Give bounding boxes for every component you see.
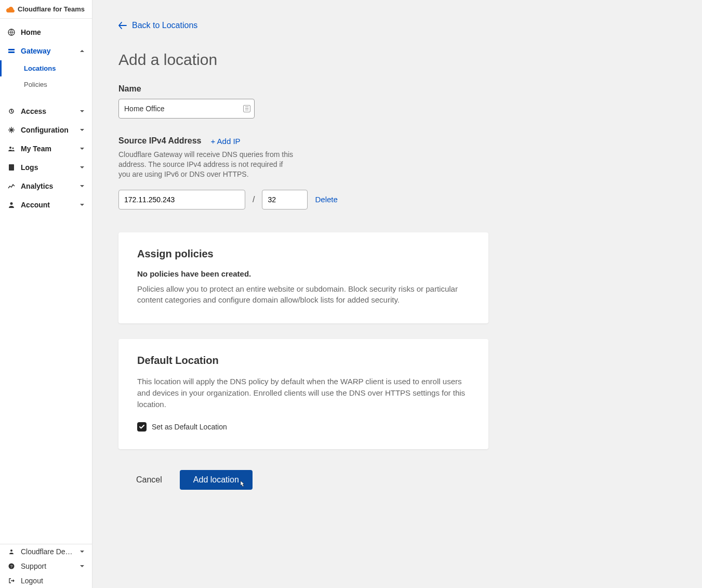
svg-text:?: ? <box>10 564 13 569</box>
analytics-icon <box>7 182 16 190</box>
nav-analytics-label: Analytics <box>21 182 74 190</box>
ipv4-help: Cloudflare Gateway will receive DNS quer… <box>118 150 295 179</box>
add-location-button-label: Add location <box>193 475 239 484</box>
nav-gateway-locations[interactable]: Locations <box>0 60 92 76</box>
ip-separator: / <box>253 195 255 204</box>
cursor-icon <box>240 480 246 488</box>
chevron-down-icon <box>80 564 85 569</box>
footer-support[interactable]: ? Support <box>0 559 92 573</box>
help-icon: ? <box>7 563 16 569</box>
name-label: Name <box>118 84 676 94</box>
nav-myteam[interactable]: My Team <box>0 139 92 158</box>
nav-account-label: Account <box>21 201 74 209</box>
back-to-locations[interactable]: Back to Locations <box>118 21 197 30</box>
sidebar-footer: Cloudflare Demo d… ? Support Logout <box>0 544 92 588</box>
actions: Cancel Add location <box>118 470 676 490</box>
svg-point-7 <box>10 202 13 205</box>
svg-point-8 <box>10 550 12 552</box>
default-location-check-label: Set as Default Location <box>152 423 227 431</box>
footer-logout-label: Logout <box>21 577 85 585</box>
chevron-down-icon <box>80 202 85 207</box>
configuration-icon <box>7 126 16 134</box>
nav-gateway[interactable]: Gateway <box>0 42 92 60</box>
default-location-body: This location will apply the DNS policy … <box>137 376 470 410</box>
nav-myteam-label: My Team <box>21 145 74 153</box>
nav: Home Gateway Locations Policies <box>0 19 92 214</box>
footer-org[interactable]: Cloudflare Demo d… <box>0 544 92 559</box>
ip-input[interactable] <box>118 190 245 210</box>
brand-icon <box>6 6 15 12</box>
delete-ip-button[interactable]: Delete <box>315 195 337 204</box>
checkbox-icon[interactable] <box>137 422 147 432</box>
chevron-down-icon <box>80 165 85 170</box>
svg-point-5 <box>12 148 14 149</box>
add-location-button[interactable]: Add location <box>180 470 253 490</box>
ipv4-section: Source IPv4 Address + Add IP Cloudflare … <box>118 136 676 210</box>
svg-rect-2 <box>8 51 15 53</box>
logs-icon <box>7 164 16 171</box>
nav-gateway-policies[interactable]: Policies <box>0 76 92 93</box>
svg-rect-1 <box>8 49 15 50</box>
cancel-button[interactable]: Cancel <box>134 470 164 490</box>
home-icon <box>7 29 16 36</box>
name-field: Name ☰ <box>118 84 676 119</box>
gateway-icon <box>7 47 16 55</box>
nav-gateway-label: Gateway <box>21 47 74 55</box>
assign-policies-card: Assign policies No policies have been cr… <box>118 232 488 324</box>
assign-policies-title: Assign policies <box>137 248 470 260</box>
sidebar: Cloudflare for Teams Home Gateway <box>0 0 92 588</box>
chevron-down-icon <box>80 184 85 189</box>
brand[interactable]: Cloudflare for Teams <box>0 0 92 19</box>
nav-logs[interactable]: Logs <box>0 158 92 177</box>
content: Back to Locations Add a location Name ☰ … <box>92 0 702 588</box>
chevron-down-icon <box>80 127 85 133</box>
brand-title: Cloudflare for Teams <box>18 5 85 13</box>
nav-account[interactable]: Account <box>0 195 92 214</box>
account-icon <box>7 201 16 208</box>
chevron-up-icon <box>80 48 85 54</box>
nav-home-label: Home <box>21 28 85 36</box>
assign-policies-body: Policies allow you to protect an entire … <box>137 283 470 306</box>
add-ip-button[interactable]: + Add IP <box>210 137 240 146</box>
nav-access[interactable]: Access <box>0 102 92 121</box>
nav-gateway-policies-label: Policies <box>24 81 47 88</box>
footer-support-label: Support <box>21 562 74 570</box>
footer-org-label: Cloudflare Demo d… <box>21 547 74 556</box>
nav-analytics[interactable]: Analytics <box>0 177 92 195</box>
nav-configuration-label: Configuration <box>21 126 74 134</box>
nav-home[interactable]: Home <box>0 23 92 42</box>
access-icon <box>7 108 16 115</box>
svg-point-4 <box>9 147 11 149</box>
svg-rect-6 <box>9 164 14 171</box>
chevron-down-icon <box>80 549 85 554</box>
team-icon <box>7 145 16 152</box>
autofill-icon: ☰ <box>243 105 250 112</box>
chevron-down-icon <box>80 146 85 151</box>
default-location-title: Default Location <box>137 355 470 367</box>
person-icon <box>7 548 16 555</box>
arrow-left-icon <box>118 22 127 29</box>
ip-row: / Delete <box>118 190 676 210</box>
nav-configuration[interactable]: Configuration <box>0 121 92 139</box>
nav-gateway-locations-label: Locations <box>24 64 56 72</box>
chevron-down-icon <box>80 109 85 114</box>
assign-policies-sub: No policies have been created. <box>137 269 470 278</box>
default-location-card: Default Location This location will appl… <box>118 339 488 449</box>
logout-icon <box>7 578 16 584</box>
footer-logout[interactable]: Logout <box>0 573 92 588</box>
page-title: Add a location <box>118 51 676 69</box>
default-location-check-row[interactable]: Set as Default Location <box>137 422 470 432</box>
back-label: Back to Locations <box>132 21 197 30</box>
name-input[interactable] <box>118 99 255 119</box>
nav-access-label: Access <box>21 107 74 115</box>
ipv4-label: Source IPv4 Address <box>118 136 201 146</box>
mask-input[interactable] <box>262 190 308 210</box>
nav-logs-label: Logs <box>21 163 74 172</box>
